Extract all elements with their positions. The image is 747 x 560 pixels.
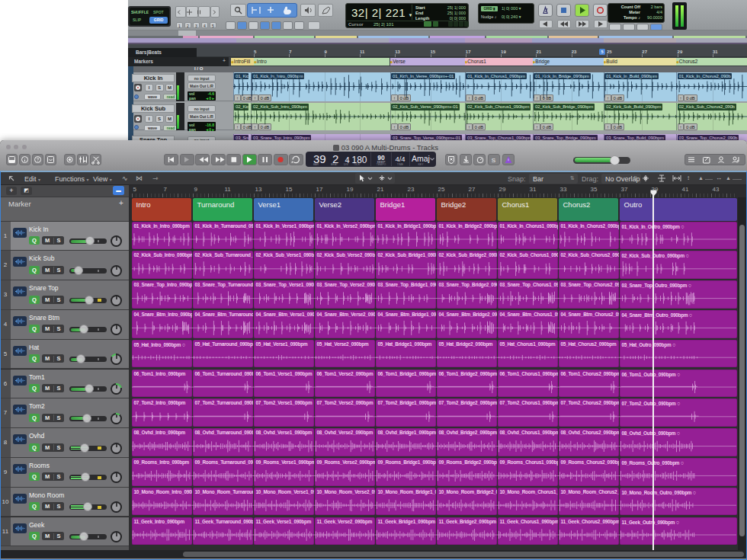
svg-text:S: S (492, 157, 495, 164)
